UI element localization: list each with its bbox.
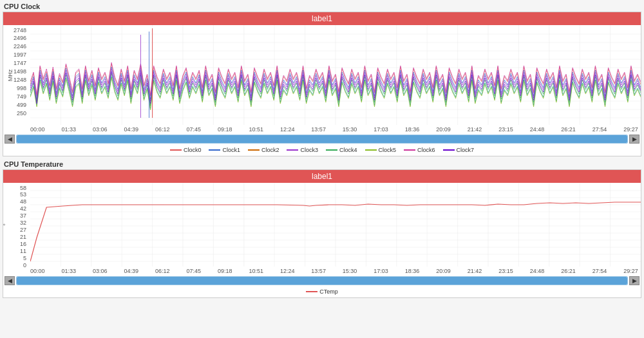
y-tick-2496: 2496 [14,35,26,41]
x-tick-2927: 29:27 [623,126,638,133]
cpu-clock-chart-body: MHz 2748 2496 2246 1997 1747 1498 1248 9… [3,25,641,125]
cpu-temp-y-axis: ° 58 53 48 42 37 32 27 21 16 11 5 0 [3,183,30,267]
x-tick-temp-0306: 03:06 [93,268,108,274]
cpu-temp-chart: label1 ° 58 53 48 42 37 32 27 21 16 [3,169,641,298]
x-tick-2009: 20:09 [436,126,451,133]
x-tick-temp-1530: 15:30 [343,268,357,274]
x-tick-1357: 13:57 [311,126,326,133]
y-tick-998: 998 [17,86,26,91]
x-tick-temp-1051: 10:51 [249,268,263,274]
x-tick-2448: 24:48 [530,126,545,133]
y-tick-58: 58 [20,185,26,191]
cpu-clock-chart: label1 MHz 2748 2496 2246 1997 1747 1498… [3,12,641,156]
cpu-clock-scrollbar: ◀ ▶ [3,133,641,145]
legend-clock7-label: Clock7 [457,147,475,153]
cpu-temp-chart-body: ° 58 53 48 42 37 32 27 21 16 11 5 0 [3,183,641,267]
x-tick-temp-1357: 13:57 [311,268,326,274]
x-tick-temp-0000: 00:00 [30,268,45,274]
x-tick-temp-2754: 27:54 [592,268,607,274]
x-tick-0439: 04:39 [124,126,138,133]
x-tick-temp-1703: 17:03 [374,268,388,274]
x-tick-0306: 03:06 [93,126,108,133]
cpu-clock-svg [30,25,641,125]
legend-clock1-label: Clock1 [222,147,240,153]
legend-clock4-line [326,149,337,151]
x-tick-temp-0439: 04:39 [124,268,138,274]
legend-ctemp: CTemp [306,288,338,295]
x-tick-temp-2142: 21:42 [468,268,482,274]
cpu-temp-title: CPU Temperature [3,160,641,168]
legend-ctemp-label: CTemp [319,288,338,295]
legend-clock7-line [443,149,455,151]
cpu-temp-scrollbar-track[interactable] [16,276,628,285]
cpu-temp-scroll-right[interactable]: ▶ [629,276,639,285]
y-tick-749: 749 [17,94,26,100]
y-tick-11: 11 [20,249,26,254]
cpu-clock-scroll-left[interactable]: ◀ [5,135,15,144]
cpu-clock-section: CPU Clock label1 MHz 2748 2496 2246 1997… [3,3,641,156]
x-tick-temp-2927: 29:27 [623,268,638,274]
cpu-temp-scrollbar: ◀ ▶ [3,275,641,286]
legend-clock6: Clock6 [404,147,435,153]
cpu-temp-x-axis: 00:00 01:33 03:06 04:39 06:12 07:45 09:1… [3,267,641,275]
cpu-clock-scrollbar-thumb[interactable] [17,135,627,143]
y-tick-1498: 1498 [14,69,26,75]
page: CPU Clock label1 MHz 2748 2496 2246 1997… [0,0,644,338]
x-tick-1224: 12:24 [280,126,295,133]
cpu-temp-legend: CTemp [3,286,641,297]
y-tick-5: 5 [23,256,26,261]
y-tick-2748: 2748 [14,28,26,33]
cpu-clock-scroll-right[interactable]: ▶ [629,135,639,144]
legend-clock3: Clock3 [287,147,318,153]
x-tick-2621: 26:21 [561,126,576,133]
legend-clock3-line [287,149,298,151]
y-tick-21: 21 [20,234,26,240]
legend-clock1-line [209,149,220,151]
cpu-clock-legend: Clock0 Clock1 Clock2 Clock3 Clock4 [3,145,641,156]
y-tick-48: 48 [20,199,26,205]
y-tick-32: 32 [20,220,26,226]
x-tick-temp-1836: 18:36 [405,268,420,274]
x-tick-1051: 10:51 [249,126,263,133]
legend-clock7: Clock7 [443,147,475,153]
x-tick-temp-0133: 01:33 [61,268,76,274]
x-tick-1836: 18:36 [405,126,420,133]
y-tick-16: 16 [20,241,26,247]
legend-clock5-label: Clock5 [379,147,397,153]
y-tick-1997: 1997 [14,52,26,58]
y-tick-0: 0 [23,263,26,268]
x-tick-0612: 06:12 [155,126,170,133]
x-tick-1530: 15:30 [343,126,357,133]
x-tick-0133: 01:33 [61,126,76,133]
x-tick-0000: 00:00 [30,126,45,133]
x-tick-0745: 07:45 [186,126,201,133]
cpu-clock-title: CPU Clock [3,3,641,10]
x-tick-temp-0612: 06:12 [155,268,170,274]
legend-clock4: Clock4 [326,147,357,153]
y-tick-37: 37 [20,213,26,219]
legend-clock0: Clock0 [170,147,202,153]
cpu-clock-x-axis: 00:00 01:33 03:06 04:39 06:12 07:45 09:1… [3,125,641,133]
cpu-temp-scrollbar-thumb[interactable] [17,277,627,285]
x-tick-temp-2315: 23:15 [498,268,513,274]
legend-clock4-label: Clock4 [339,147,357,153]
x-tick-1703: 17:03 [374,126,388,133]
y-tick-499: 499 [17,102,26,108]
legend-clock0-line [170,149,182,151]
x-tick-temp-2448: 24:48 [530,268,545,274]
cpu-clock-label-bar: label1 [3,12,641,25]
cpu-clock-plot-area [30,25,641,125]
legend-clock6-label: Clock6 [417,147,435,153]
legend-clock1: Clock1 [209,147,240,153]
legend-clock5: Clock5 [365,147,397,153]
legend-clock6-line [404,149,415,151]
legend-clock5-line [365,149,377,151]
cpu-clock-y-axis: MHz 2748 2496 2246 1997 1747 1498 1248 9… [3,25,30,125]
x-tick-temp-0918: 09:18 [218,268,232,274]
legend-clock2-line [248,149,260,151]
y-tick-250: 250 [17,111,26,117]
x-tick-0918: 09:18 [218,126,232,133]
cpu-temp-scroll-left[interactable]: ◀ [5,276,15,285]
x-tick-temp-0745: 07:45 [186,268,201,274]
cpu-clock-scrollbar-track[interactable] [16,135,628,144]
